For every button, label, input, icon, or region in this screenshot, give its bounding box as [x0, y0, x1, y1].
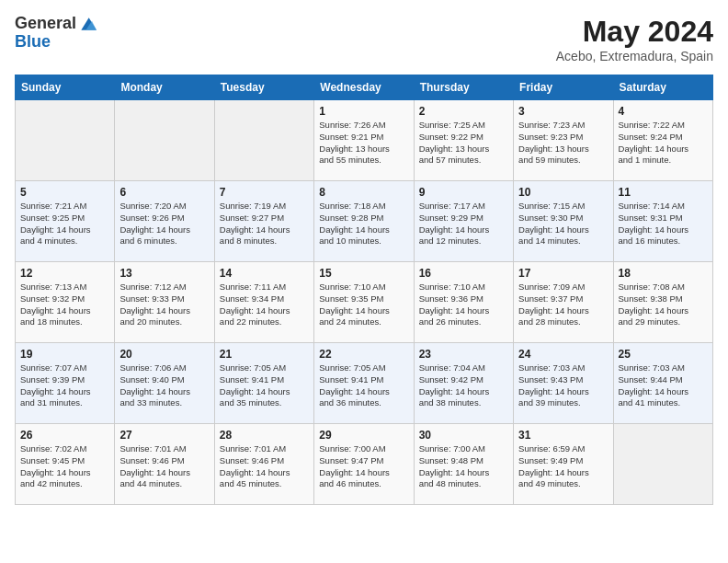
- calendar-cell: 1Sunrise: 7:26 AM Sunset: 9:21 PM Daylig…: [314, 100, 414, 181]
- calendar-cell: 12Sunrise: 7:13 AM Sunset: 9:32 PM Dayli…: [16, 262, 115, 343]
- calendar-cell: 16Sunrise: 7:10 AM Sunset: 9:36 PM Dayli…: [414, 262, 513, 343]
- calendar-cell: 29Sunrise: 7:00 AM Sunset: 9:47 PM Dayli…: [314, 424, 414, 505]
- day-of-week-header: Thursday: [414, 75, 513, 100]
- day-number: 30: [419, 429, 508, 442]
- calendar-cell: 25Sunrise: 7:03 AM Sunset: 9:44 PM Dayli…: [613, 343, 712, 424]
- calendar-week-row: 19Sunrise: 7:07 AM Sunset: 9:39 PM Dayli…: [16, 343, 713, 424]
- day-info: Sunrise: 7:13 AM Sunset: 9:32 PM Dayligh…: [20, 282, 109, 328]
- calendar-cell: 30Sunrise: 7:00 AM Sunset: 9:48 PM Dayli…: [414, 424, 513, 505]
- day-number: 25: [619, 348, 708, 361]
- calendar-cell: 9Sunrise: 7:17 AM Sunset: 9:29 PM Daylig…: [414, 181, 513, 262]
- page-header: General Blue May 2024 Acebo, Extremadura…: [15, 15, 713, 63]
- day-info: Sunrise: 7:17 AM Sunset: 9:29 PM Dayligh…: [419, 201, 508, 247]
- day-of-week-header: Saturday: [613, 75, 712, 100]
- day-number: 1: [319, 105, 408, 118]
- day-number: 9: [419, 186, 508, 199]
- day-info: Sunrise: 7:25 AM Sunset: 9:22 PM Dayligh…: [419, 120, 508, 167]
- calendar-cell: [214, 100, 313, 181]
- day-number: 29: [319, 429, 408, 442]
- calendar-cell: 21Sunrise: 7:05 AM Sunset: 9:41 PM Dayli…: [214, 343, 313, 424]
- calendar-cell: 26Sunrise: 7:02 AM Sunset: 9:45 PM Dayli…: [16, 424, 115, 505]
- calendar-cell: 14Sunrise: 7:11 AM Sunset: 9:34 PM Dayli…: [214, 262, 313, 343]
- logo-blue-text: Blue: [15, 33, 97, 52]
- day-number: 23: [419, 348, 508, 361]
- calendar-cell: 3Sunrise: 7:23 AM Sunset: 9:23 PM Daylig…: [514, 100, 613, 181]
- day-number: 5: [20, 186, 109, 199]
- title-block: May 2024 Acebo, Extremadura, Spain: [556, 15, 713, 63]
- calendar-cell: 17Sunrise: 7:09 AM Sunset: 9:37 PM Dayli…: [514, 262, 613, 343]
- day-info: Sunrise: 7:19 AM Sunset: 9:27 PM Dayligh…: [220, 201, 309, 247]
- day-number: 11: [619, 186, 708, 199]
- day-info: Sunrise: 6:59 AM Sunset: 9:49 PM Dayligh…: [518, 443, 608, 490]
- day-info: Sunrise: 7:03 AM Sunset: 9:43 PM Dayligh…: [518, 362, 608, 409]
- day-info: Sunrise: 7:21 AM Sunset: 9:25 PM Dayligh…: [20, 201, 109, 247]
- logo-general-text: General: [15, 15, 76, 33]
- day-number: 15: [319, 267, 408, 280]
- day-number: 13: [119, 267, 209, 280]
- day-number: 6: [119, 186, 209, 199]
- day-number: 14: [220, 267, 309, 280]
- calendar-cell: 5Sunrise: 7:21 AM Sunset: 9:25 PM Daylig…: [16, 181, 115, 262]
- day-number: 4: [619, 105, 708, 118]
- day-number: 2: [419, 105, 508, 118]
- month-year-title: May 2024: [556, 15, 713, 49]
- day-number: 7: [220, 186, 309, 199]
- calendar-cell: [16, 100, 115, 181]
- day-number: 10: [518, 186, 608, 199]
- calendar-cell: 23Sunrise: 7:04 AM Sunset: 9:42 PM Dayli…: [414, 343, 513, 424]
- day-info: Sunrise: 7:14 AM Sunset: 9:31 PM Dayligh…: [619, 201, 708, 247]
- day-of-week-header: Monday: [115, 75, 214, 100]
- calendar-cell: 24Sunrise: 7:03 AM Sunset: 9:43 PM Dayli…: [514, 343, 613, 424]
- day-info: Sunrise: 7:10 AM Sunset: 9:36 PM Dayligh…: [419, 282, 508, 328]
- day-of-week-header: Wednesday: [314, 75, 414, 100]
- calendar-week-row: 26Sunrise: 7:02 AM Sunset: 9:45 PM Dayli…: [16, 424, 713, 505]
- day-of-week-header: Friday: [514, 75, 613, 100]
- calendar-cell: 4Sunrise: 7:22 AM Sunset: 9:24 PM Daylig…: [613, 100, 712, 181]
- day-number: 18: [619, 267, 708, 280]
- calendar-cell: 11Sunrise: 7:14 AM Sunset: 9:31 PM Dayli…: [613, 181, 712, 262]
- day-info: Sunrise: 7:00 AM Sunset: 9:48 PM Dayligh…: [419, 443, 508, 490]
- calendar-cell: 13Sunrise: 7:12 AM Sunset: 9:33 PM Dayli…: [115, 262, 214, 343]
- day-number: 28: [220, 429, 309, 442]
- calendar-cell: 20Sunrise: 7:06 AM Sunset: 9:40 PM Dayli…: [115, 343, 214, 424]
- calendar-cell: 19Sunrise: 7:07 AM Sunset: 9:39 PM Dayli…: [16, 343, 115, 424]
- calendar-cell: [613, 424, 712, 505]
- day-info: Sunrise: 7:22 AM Sunset: 9:24 PM Dayligh…: [619, 120, 708, 167]
- day-info: Sunrise: 7:11 AM Sunset: 9:34 PM Dayligh…: [220, 282, 309, 328]
- calendar-table: SundayMondayTuesdayWednesdayThursdayFrid…: [15, 75, 713, 505]
- day-number: 8: [319, 186, 408, 199]
- day-number: 31: [518, 429, 608, 442]
- calendar-cell: 15Sunrise: 7:10 AM Sunset: 9:35 PM Dayli…: [314, 262, 414, 343]
- logo-icon: [78, 15, 97, 33]
- day-info: Sunrise: 7:05 AM Sunset: 9:41 PM Dayligh…: [220, 362, 309, 409]
- calendar-cell: 7Sunrise: 7:19 AM Sunset: 9:27 PM Daylig…: [214, 181, 313, 262]
- calendar-cell: 10Sunrise: 7:15 AM Sunset: 9:30 PM Dayli…: [514, 181, 613, 262]
- day-info: Sunrise: 7:01 AM Sunset: 9:46 PM Dayligh…: [220, 443, 309, 490]
- day-number: 26: [20, 429, 109, 442]
- calendar-cell: 31Sunrise: 6:59 AM Sunset: 9:49 PM Dayli…: [514, 424, 613, 505]
- day-number: 3: [518, 105, 608, 118]
- day-number: 12: [20, 267, 109, 280]
- day-info: Sunrise: 7:26 AM Sunset: 9:21 PM Dayligh…: [319, 120, 408, 167]
- day-info: Sunrise: 7:03 AM Sunset: 9:44 PM Dayligh…: [619, 362, 708, 409]
- calendar-cell: 22Sunrise: 7:05 AM Sunset: 9:41 PM Dayli…: [314, 343, 414, 424]
- location-subtitle: Acebo, Extremadura, Spain: [556, 49, 713, 63]
- day-number: 19: [20, 348, 109, 361]
- day-info: Sunrise: 7:00 AM Sunset: 9:47 PM Dayligh…: [319, 443, 408, 490]
- day-info: Sunrise: 7:02 AM Sunset: 9:45 PM Dayligh…: [20, 443, 109, 490]
- day-info: Sunrise: 7:12 AM Sunset: 9:33 PM Dayligh…: [119, 282, 209, 328]
- day-info: Sunrise: 7:23 AM Sunset: 9:23 PM Dayligh…: [518, 120, 608, 167]
- day-number: 21: [220, 348, 309, 361]
- calendar-cell: [115, 100, 214, 181]
- day-number: 20: [119, 348, 209, 361]
- calendar-cell: 2Sunrise: 7:25 AM Sunset: 9:22 PM Daylig…: [414, 100, 513, 181]
- day-info: Sunrise: 7:09 AM Sunset: 9:37 PM Dayligh…: [518, 282, 608, 328]
- calendar-week-row: 1Sunrise: 7:26 AM Sunset: 9:21 PM Daylig…: [16, 100, 713, 181]
- day-of-week-header: Sunday: [16, 75, 115, 100]
- calendar-cell: 28Sunrise: 7:01 AM Sunset: 9:46 PM Dayli…: [214, 424, 313, 505]
- day-number: 27: [119, 429, 209, 442]
- calendar-header-row: SundayMondayTuesdayWednesdayThursdayFrid…: [16, 75, 713, 100]
- calendar-week-row: 5Sunrise: 7:21 AM Sunset: 9:25 PM Daylig…: [16, 181, 713, 262]
- day-info: Sunrise: 7:08 AM Sunset: 9:38 PM Dayligh…: [619, 282, 708, 328]
- day-info: Sunrise: 7:07 AM Sunset: 9:39 PM Dayligh…: [20, 362, 109, 409]
